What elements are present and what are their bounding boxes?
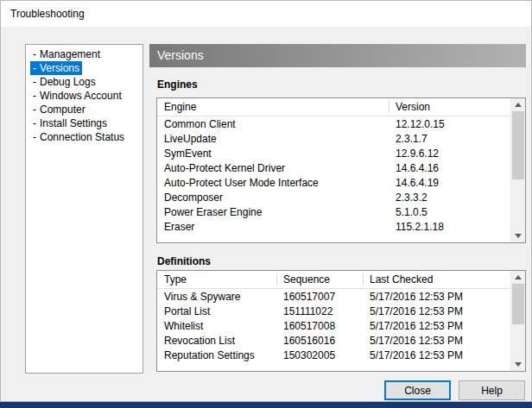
- sidebar-item-label: Management: [40, 48, 100, 60]
- column-separator: [276, 273, 277, 286]
- tree-dash: -: [33, 104, 36, 116]
- titlebar[interactable]: Troubleshooting: [1, 1, 531, 27]
- scrollbar-thumb[interactable]: [512, 284, 524, 324]
- arrow-down-icon: [515, 362, 522, 367]
- engine-version-cell: 2.3.3.2: [396, 191, 428, 205]
- sidebar-item-management[interactable]: -Management: [26, 47, 142, 61]
- definitions-table-header: Type Sequence Last Checked: [157, 271, 525, 289]
- definitions-rows: Virus & Spyware 160517007 5/17/2016 12:5…: [157, 290, 510, 371]
- table-row[interactable]: Whitelist 160517008 5/17/2016 12:53 PM: [157, 319, 510, 334]
- sidebar-item-versions[interactable]: -Versions: [26, 61, 142, 75]
- engine-name-cell: Auto-Protect Kernel Driver: [164, 161, 285, 176]
- definition-lastchecked-cell: 5/17/2016 12:53 PM: [370, 348, 463, 363]
- screen: Troubleshooting -Management -Versions -D…: [0, 0, 532, 408]
- arrow-up-icon: [515, 103, 522, 107]
- definition-sequence-cell: 150302005: [283, 348, 335, 363]
- tree-dash: -: [33, 76, 36, 88]
- table-row[interactable]: Auto-Protect Kernel Driver 14.6.4.16: [157, 161, 510, 176]
- table-row[interactable]: SymEvent 12.9.6.12: [157, 147, 510, 161]
- engine-version-cell: 5.1.0.5: [396, 205, 428, 220]
- tree-dash: -: [33, 62, 36, 74]
- engine-version-cell: 12.12.0.15: [396, 117, 445, 132]
- table-row[interactable]: Auto-Protect User Mode Interface 14.6.4.…: [157, 176, 510, 191]
- engine-version-cell: 115.2.1.18: [396, 220, 444, 235]
- sidebar-item-label: Computer: [40, 104, 86, 116]
- sidebar-item-label: Debug Logs: [40, 76, 96, 88]
- page-title: Versions: [157, 48, 204, 62]
- column-separator: [363, 273, 364, 286]
- column-header-sequence[interactable]: Sequence: [283, 271, 330, 289]
- scroll-down-button[interactable]: [511, 229, 525, 242]
- table-row[interactable]: Common Client 12.12.0.15: [157, 117, 510, 132]
- definition-type-cell: Portal List: [164, 304, 210, 319]
- engine-name-cell: Eraser: [164, 220, 194, 235]
- scroll-down-button[interactable]: [511, 358, 525, 371]
- engine-name-cell: SymEvent: [164, 147, 212, 161]
- definition-sequence-cell: 160516016: [283, 334, 335, 348]
- engine-version-cell: 2.3.1.7: [396, 132, 428, 147]
- engine-version-cell: 14.6.4.19: [396, 176, 439, 191]
- sidebar-item-computer[interactable]: -Computer: [26, 103, 142, 116]
- column-separator: [389, 101, 390, 113]
- scrollbar-track[interactable]: [511, 284, 525, 358]
- sidebar-item-label: Connection Status: [40, 131, 124, 143]
- help-button[interactable]: Help: [459, 380, 525, 400]
- engine-name-cell: Decomposer: [164, 191, 223, 205]
- tree-dash: -: [33, 90, 36, 102]
- engine-version-cell: 14.6.4.16: [396, 161, 439, 176]
- table-row[interactable]: Power Eraser Engine 5.1.0.5: [157, 205, 510, 220]
- close-button[interactable]: Close: [384, 380, 451, 400]
- arrow-down-icon: [515, 234, 522, 238]
- engine-name-cell: Power Eraser Engine: [164, 205, 262, 220]
- engines-section-label: Engines: [157, 78, 198, 91]
- definition-lastchecked-cell: 5/17/2016 12:53 PM: [370, 319, 463, 334]
- definition-sequence-cell: 151111022: [283, 304, 332, 319]
- definitions-scrollbar[interactable]: [510, 271, 525, 371]
- table-row[interactable]: Revocation List 160516016 5/17/2016 12:5…: [157, 334, 510, 348]
- arrow-up-icon: [515, 275, 522, 279]
- window-title: Troubleshooting: [10, 1, 85, 27]
- engines-scrollbar[interactable]: [510, 98, 525, 242]
- scroll-up-button[interactable]: [511, 98, 525, 111]
- engines-rows: Common Client 12.12.0.15 LiveUpdate 2.3.…: [157, 117, 510, 242]
- definition-type-cell: Whitelist: [164, 319, 203, 334]
- engines-table: Engine Version Common Client 12.12.0.15 …: [156, 97, 526, 243]
- scrollbar-track[interactable]: [511, 111, 525, 229]
- definition-type-cell: Reputation Settings: [164, 348, 255, 363]
- column-header-last-checked[interactable]: Last Checked: [370, 271, 433, 289]
- definition-type-cell: Virus & Spyware: [164, 290, 240, 304]
- sidebar-item-windows-account[interactable]: -Windows Account: [26, 89, 142, 103]
- table-row[interactable]: Portal List 151111022 5/17/2016 12:53 PM: [157, 304, 510, 319]
- column-header-engine[interactable]: Engine: [164, 98, 196, 116]
- engine-name-cell: Auto-Protect User Mode Interface: [164, 176, 319, 191]
- table-row[interactable]: Decomposer 2.3.3.2: [157, 191, 510, 205]
- definition-sequence-cell: 160517008: [283, 319, 335, 334]
- tree-dash: -: [33, 131, 36, 143]
- sidebar-item-connection-status[interactable]: -Connection Status: [26, 130, 142, 144]
- engine-name-cell: LiveUpdate: [164, 132, 217, 147]
- engine-version-cell: 12.9.6.12: [396, 147, 439, 161]
- definitions-section-label: Definitions: [157, 255, 211, 267]
- table-row[interactable]: LiveUpdate 2.3.1.7: [157, 132, 510, 147]
- definition-lastchecked-cell: 5/17/2016 12:53 PM: [370, 334, 463, 348]
- scrollbar-thumb[interactable]: [512, 111, 524, 179]
- page-header-banner: Versions: [149, 44, 526, 67]
- scroll-up-button[interactable]: [511, 271, 525, 284]
- column-header-type[interactable]: Type: [164, 271, 187, 289]
- definition-lastchecked-cell: 5/17/2016 12:53 PM: [370, 290, 463, 304]
- definition-type-cell: Revocation List: [164, 334, 235, 348]
- table-row[interactable]: Virus & Spyware 160517007 5/17/2016 12:5…: [157, 290, 510, 304]
- engines-table-header: Engine Version: [157, 98, 525, 116]
- table-row[interactable]: Eraser 115.2.1.18: [157, 220, 510, 235]
- engine-name-cell: Common Client: [164, 117, 236, 132]
- definitions-table: Type Sequence Last Checked Virus & Spywa…: [156, 270, 526, 372]
- column-header-version[interactable]: Version: [396, 98, 430, 116]
- sidebar-item-label: Windows Account: [40, 90, 122, 102]
- sidebar-item-install-settings[interactable]: -Install Settings: [26, 116, 142, 130]
- table-row[interactable]: Reputation Settings 150302005 5/17/2016 …: [157, 348, 510, 363]
- category-list: -Management -Versions -Debug Logs -Windo…: [25, 44, 143, 373]
- tree-dash: -: [33, 117, 36, 129]
- definition-lastchecked-cell: 5/17/2016 12:53 PM: [370, 304, 463, 319]
- sidebar-item-label: Install Settings: [40, 117, 107, 129]
- sidebar-item-debug-logs[interactable]: -Debug Logs: [26, 75, 142, 89]
